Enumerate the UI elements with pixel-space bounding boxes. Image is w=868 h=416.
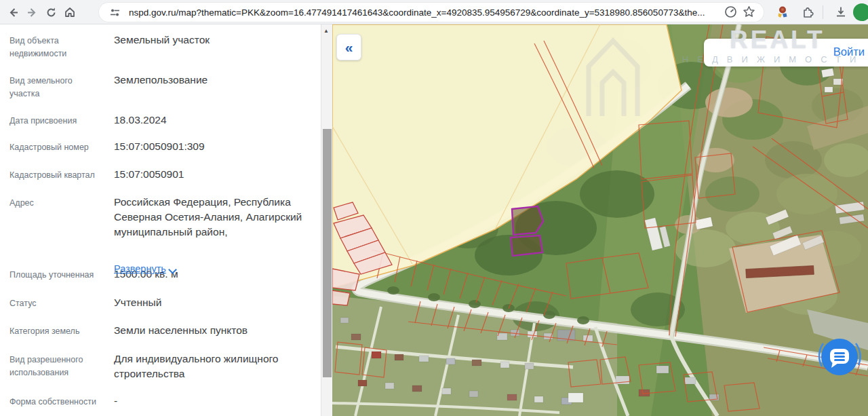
row-value: Земли населенных пунктов — [114, 323, 315, 338]
row-value: 18.03.2024 — [114, 113, 315, 128]
row-label: Площадь уточненная — [9, 269, 99, 282]
scrollbar-up-arrow-icon[interactable]: ▲ — [323, 28, 329, 34]
row-label: Статус — [9, 297, 99, 310]
row-label: Дата присвоения — [9, 115, 99, 128]
toolbar-separator — [823, 5, 823, 19]
download-icon[interactable] — [834, 5, 848, 19]
row-label: Кадастровый номер — [9, 141, 99, 154]
satellite-map[interactable] — [332, 24, 868, 416]
reload-icon[interactable] — [43, 5, 58, 20]
forward-icon[interactable] — [24, 5, 39, 20]
row-value: Российская Федерация, Республика Северна… — [114, 195, 315, 240]
address-expand-link[interactable]: Развернуть — [114, 263, 166, 274]
back-icon[interactable] — [5, 5, 20, 20]
row-label: Вид объекта недвижимости — [9, 35, 99, 60]
login-bar: Войти — [704, 39, 868, 67]
scrollbar-thumb[interactable] — [323, 129, 332, 377]
row-value: Земельный участок — [114, 33, 315, 48]
panel-collapse-button[interactable]: « — [336, 34, 361, 60]
row-label: Форма собственности — [9, 396, 99, 409]
selected-parcel-lower — [511, 235, 542, 256]
extension-icon[interactable] — [776, 5, 789, 18]
profile-avatar[interactable] — [853, 3, 868, 21]
panel-scrollbar[interactable]: ▲ — [321, 24, 332, 416]
row-value: - — [114, 394, 315, 409]
row-value: Землепользование — [114, 73, 315, 88]
object-info-panel: Вид объекта недвижимостиЗемельный участо… — [0, 24, 321, 416]
row-value: 15:07:0050901 — [114, 167, 315, 182]
row-label: Кадастровый квартал — [9, 169, 99, 182]
site-info-icon[interactable] — [110, 8, 120, 17]
bookmark-star-icon[interactable] — [743, 5, 755, 18]
extensions-puzzle-icon[interactable] — [802, 5, 815, 19]
performance-icon[interactable] — [724, 5, 737, 18]
row-label: Вид разрешенного использования — [9, 354, 99, 379]
home-icon[interactable] — [62, 5, 77, 20]
login-button[interactable]: Войти — [833, 45, 865, 58]
row-label: Вид земельного участка — [9, 75, 99, 100]
row-label: Адрес — [9, 197, 99, 210]
browser-toolbar: nspd.gov.ru/map?thematic=PKK&zoom=16.477… — [0, 0, 868, 24]
chevron-double-left-icon: « — [345, 39, 353, 56]
row-value: Для индивидуального жилищного строительс… — [114, 352, 315, 381]
address-bar[interactable]: nspd.gov.ru/map?thematic=PKK&zoom=16.477… — [99, 3, 764, 22]
url-text[interactable]: nspd.gov.ru/map?thematic=PKK&zoom=16.477… — [129, 7, 705, 18]
row-value: Учтенный — [114, 295, 315, 310]
row-label: Категория земель — [9, 325, 99, 338]
row-value: 15:07:0050901:309 — [114, 139, 315, 154]
chat-button[interactable] — [814, 331, 865, 383]
